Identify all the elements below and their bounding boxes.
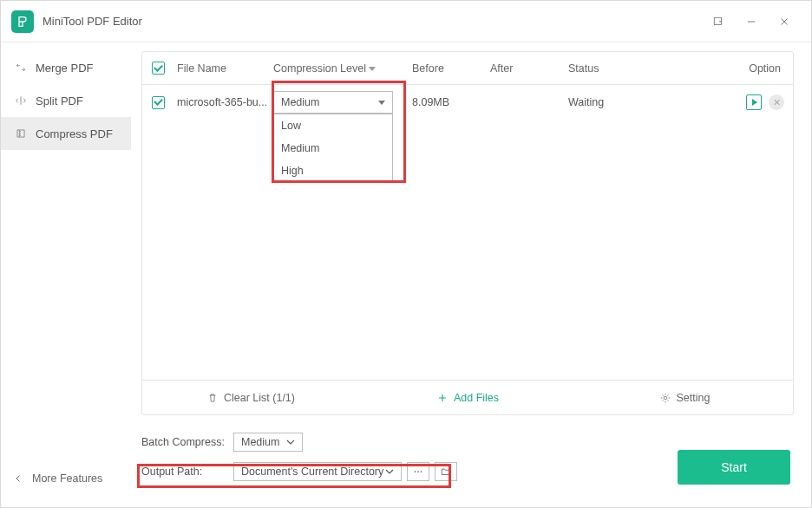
batch-compress-select[interactable]: Medium — [233, 433, 303, 452]
merge-icon — [13, 62, 29, 74]
plus-icon — [436, 392, 449, 404]
compression-level-select[interactable]: Medium — [273, 91, 393, 114]
sidebar-item-label: Compress PDF — [36, 127, 113, 140]
select-all-checkbox[interactable] — [152, 62, 165, 75]
folder-icon — [440, 466, 452, 478]
start-button[interactable]: Start — [678, 450, 790, 485]
add-files-button[interactable]: Add Files — [359, 392, 576, 404]
batch-compress-label: Batch Compress: — [141, 436, 233, 448]
trash-icon — [206, 392, 219, 404]
close-button[interactable] — [768, 9, 801, 35]
row-checkbox[interactable] — [152, 96, 165, 109]
gear-icon — [659, 392, 671, 404]
dropdown-option-high[interactable]: High — [274, 160, 392, 182]
titlebar-extra-icon[interactable] — [702, 9, 735, 35]
header-file-name[interactable]: File Name — [174, 62, 273, 75]
header-option: Option — [707, 62, 793, 75]
svg-point-7 — [421, 471, 422, 472]
sidebar-item-label: Merge PDF — [36, 62, 93, 75]
split-icon — [13, 94, 29, 107]
more-features-link[interactable]: More Features — [13, 472, 102, 485]
more-options-button[interactable] — [407, 462, 429, 481]
table-row: microsoft-365-bu... Medium Low Medium Hi… — [142, 85, 793, 120]
file-name-cell: microsoft-365-bu... — [174, 96, 273, 108]
chevron-down-icon — [385, 467, 394, 476]
sidebar-item-label: Split PDF — [36, 94, 83, 107]
sidebar-item-merge-pdf[interactable]: Merge PDF — [1, 51, 131, 84]
status-cell: Waiting — [568, 96, 707, 108]
dropdown-option-low[interactable]: Low — [274, 114, 392, 137]
output-path-label: Output Path: — [141, 466, 233, 478]
svg-rect-0 — [714, 17, 721, 24]
sidebar-item-split-pdf[interactable]: Split PDF — [1, 84, 131, 117]
compression-level-dropdown: Low Medium High — [273, 114, 393, 183]
browse-folder-button[interactable] — [435, 462, 457, 481]
dropdown-option-medium[interactable]: Medium — [274, 137, 392, 160]
svg-point-6 — [417, 471, 419, 472]
output-path-select[interactable]: Document's Current Directory — [233, 462, 402, 481]
before-size-cell: 8.09MB — [412, 96, 490, 108]
sort-caret-icon — [369, 67, 376, 71]
chevron-down-icon — [378, 101, 385, 105]
chevron-down-icon — [286, 438, 295, 446]
sidebar-item-compress-pdf[interactable]: Compress PDF — [1, 117, 131, 150]
compress-icon — [13, 127, 29, 140]
svg-point-5 — [415, 471, 416, 472]
dots-icon — [412, 466, 424, 478]
chevron-left-icon — [13, 473, 23, 484]
clear-list-button[interactable]: Clear List (1/1) — [142, 392, 359, 404]
app-title: MiniTool PDF Editor — [43, 15, 142, 28]
header-compression-level[interactable]: Compression Level — [273, 62, 412, 75]
header-after[interactable]: After — [490, 62, 568, 75]
run-row-button[interactable] — [746, 94, 762, 110]
setting-button[interactable]: Setting — [576, 392, 793, 404]
header-status[interactable]: Status — [568, 62, 707, 75]
app-logo — [11, 10, 34, 33]
header-before[interactable]: Before — [412, 62, 490, 75]
remove-row-button[interactable]: ✕ — [769, 94, 784, 110]
minimize-button[interactable] — [735, 9, 768, 35]
svg-point-4 — [664, 396, 667, 400]
